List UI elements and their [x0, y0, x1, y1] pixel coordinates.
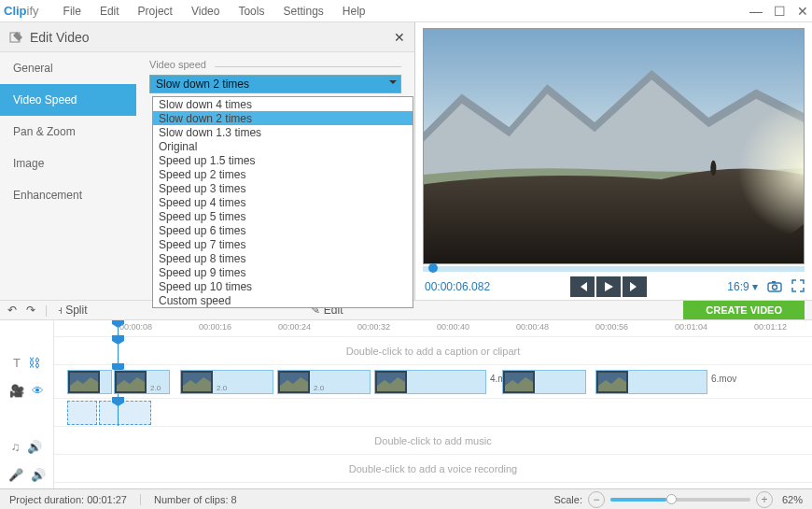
svg-rect-6 [772, 281, 776, 283]
video-clip[interactable] [595, 370, 707, 394]
visibility-icon[interactable]: 👁 [32, 384, 44, 398]
speed-option[interactable]: Original [153, 139, 413, 153]
edit-icon [9, 30, 24, 45]
music-mute-icon[interactable]: 🔊 [27, 440, 42, 454]
panel-close-icon[interactable]: ✕ [394, 30, 405, 45]
menu-video[interactable]: Video [182, 2, 229, 21]
speed-combobox[interactable]: Slow down 2 times [149, 75, 401, 93]
zoom-percent: 62% [782, 494, 803, 505]
speed-option[interactable]: Speed up 7 times [153, 237, 413, 251]
aspect-ratio-label[interactable]: 16:9 ▾ [727, 280, 758, 293]
chevron-down-icon [389, 80, 397, 88]
selected-range[interactable] [99, 401, 151, 425]
link-icon[interactable]: ⛓ [28, 356, 40, 370]
main-menu: File Edit Project Video Tools Settings H… [54, 2, 375, 21]
next-button[interactable] [623, 276, 647, 297]
preview-timecode: 00:00:06.082 [425, 280, 490, 293]
selected-range[interactable] [67, 401, 97, 425]
video-track[interactable]: 2.02.02.mov2.03.mp4.mov6.mov [54, 365, 812, 399]
group-label: Video speed [149, 59, 206, 70]
video-clip[interactable] [502, 370, 586, 394]
speed-dropdown: Slow down 4 times Slow down 2 times Slow… [152, 96, 413, 308]
menu-help[interactable]: Help [333, 2, 375, 21]
undo-icon[interactable]: ↶ [7, 304, 17, 317]
speed-option[interactable]: Slow down 2 times [153, 111, 413, 125]
voice-track[interactable]: Double-click to add a voice recording [54, 455, 812, 483]
panel-title: Edit Video [30, 30, 90, 45]
svg-point-5 [773, 285, 777, 290]
video-track-icon[interactable]: 🎥 [9, 384, 24, 398]
video-clip[interactable]: 2.0 [114, 370, 170, 394]
speed-option[interactable]: Speed up 4 times [153, 195, 413, 209]
redo-icon[interactable]: ↷ [26, 304, 35, 317]
sidebar-item-pan-zoom[interactable]: Pan & Zoom [0, 116, 136, 148]
text-track-icon[interactable]: T [13, 356, 21, 370]
zoom-slider[interactable] [610, 498, 750, 502]
mic-track-icon[interactable]: 🎤 [8, 468, 23, 482]
status-clips: Number of clips: 8 [154, 494, 250, 505]
prev-button[interactable] [570, 276, 595, 297]
mic-mute-icon[interactable]: 🔊 [31, 468, 46, 482]
speed-option[interactable]: Speed up 3 times [153, 181, 413, 195]
zoom-out-button[interactable]: − [588, 491, 605, 508]
split-button[interactable]: ⫞ Split [57, 304, 87, 317]
speed-option[interactable]: Speed up 9 times [153, 265, 413, 279]
maximize-icon[interactable]: ☐ [774, 4, 786, 19]
speed-option[interactable]: Speed up 6 times [153, 223, 413, 237]
minimize-icon[interactable]: — [749, 4, 763, 19]
sidebar-item-general[interactable]: General [0, 52, 136, 84]
edit-video-panel: Edit Video ✕ General Video Speed Pan & Z… [0, 22, 415, 300]
sidebar-item-enhancement[interactable]: Enhancement [0, 179, 136, 211]
scale-label: Scale: [553, 494, 582, 505]
speed-option[interactable]: Speed up 1.5 times [153, 153, 413, 167]
selection-track[interactable] [54, 399, 812, 427]
play-button[interactable] [596, 276, 621, 297]
sidebar-item-image[interactable]: Image [0, 148, 136, 179]
speed-option[interactable]: Speed up 5 times [153, 209, 413, 223]
speed-option[interactable]: Slow down 1.3 times [153, 125, 413, 139]
menu-file[interactable]: File [54, 2, 91, 21]
speed-option[interactable]: Speed up 2 times [153, 167, 413, 181]
fullscreen-icon[interactable] [791, 279, 805, 295]
create-video-button[interactable]: CREATE VIDEO [683, 301, 805, 319]
music-track-icon[interactable]: ♫ [11, 440, 21, 454]
edit-sidebar: General Video Speed Pan & Zoom Image Enh… [0, 52, 136, 300]
video-clip[interactable]: 2.0 [180, 370, 273, 394]
menu-tools[interactable]: Tools [229, 2, 273, 21]
status-duration: Project duration: 00:01:27 [9, 494, 141, 505]
video-clip[interactable]: 2.0 [277, 370, 371, 394]
speed-option[interactable]: Custom speed [153, 293, 413, 307]
zoom-in-button[interactable]: + [756, 491, 773, 508]
playhead[interactable] [118, 320, 119, 336]
video-clip[interactable] [374, 370, 486, 394]
app-logo: Clipify [4, 4, 39, 18]
timeline-ruler[interactable]: 00:00:08 00:00:16 00:00:24 00:00:32 00:0… [54, 320, 812, 337]
sidebar-item-video-speed[interactable]: Video Speed [0, 84, 136, 116]
menu-project[interactable]: Project [129, 2, 182, 21]
preview-viewport[interactable] [423, 28, 805, 264]
caption-track[interactable]: Double-click to add a caption or clipart [54, 337, 812, 365]
speed-option[interactable]: Speed up 10 times [153, 279, 413, 293]
speed-option[interactable]: Speed up 8 times [153, 251, 413, 265]
preview-scrubber[interactable] [423, 266, 805, 272]
speed-option[interactable]: Slow down 4 times [153, 97, 413, 111]
menu-edit[interactable]: Edit [91, 2, 129, 21]
music-track[interactable]: Double-click to add music [54, 427, 812, 455]
camera-icon[interactable] [767, 279, 782, 295]
menu-settings[interactable]: Settings [273, 2, 332, 21]
close-icon[interactable]: ✕ [797, 4, 808, 19]
video-clip[interactable] [67, 370, 112, 394]
